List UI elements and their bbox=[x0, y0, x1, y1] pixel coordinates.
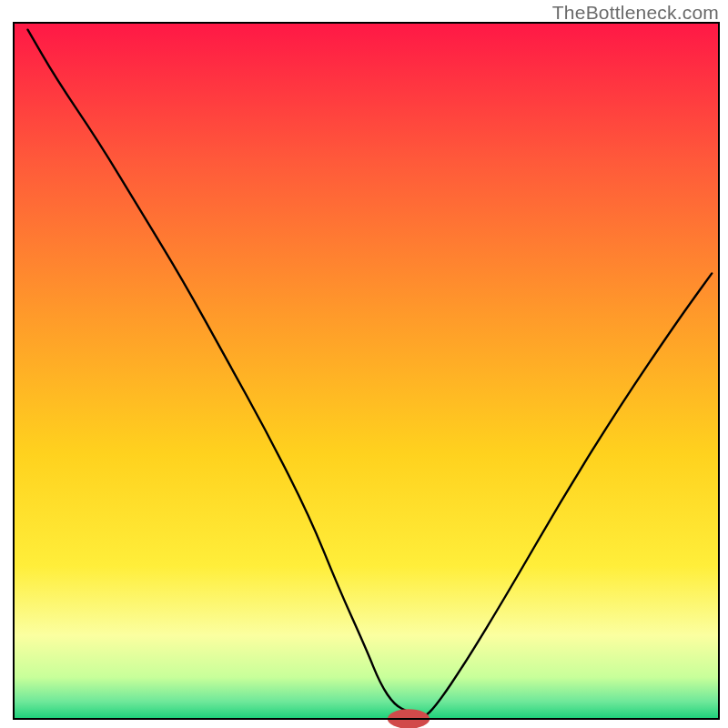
plot-background bbox=[14, 23, 719, 719]
bottleneck-chart bbox=[0, 0, 728, 728]
watermark-label: TheBottleneck.com bbox=[552, 2, 719, 24]
